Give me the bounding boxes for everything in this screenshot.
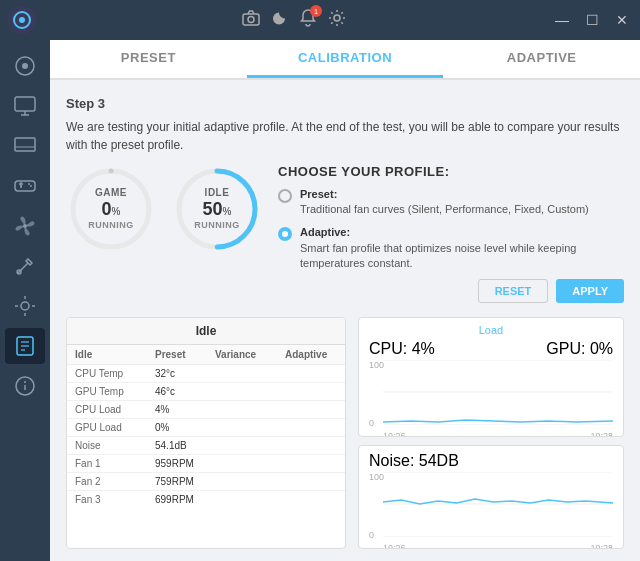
row-gpu-temp-label: GPU Temp <box>75 386 155 397</box>
game-gauge-status: RUNNING <box>88 220 134 231</box>
notification-badge: 1 <box>310 5 322 17</box>
sidebar-item-fan[interactable] <box>5 208 45 244</box>
title-bar: 1 — ☐ ✕ <box>0 0 640 40</box>
adaptive-radio[interactable] <box>278 227 292 241</box>
sidebar-item-display[interactable] <box>5 128 45 164</box>
noise-label: Noise: <box>369 452 414 469</box>
chart-load-label: Load <box>369 324 613 336</box>
camera-icon[interactable] <box>242 10 260 30</box>
row-cpu-temp-value: 32°c <box>155 368 215 379</box>
svg-rect-2 <box>243 14 259 25</box>
row-gpu-load-variance <box>215 422 285 433</box>
row-gpu-load-value: 0% <box>155 422 215 433</box>
charts-section: Load CPU: 4% GPU: 0% 100 <box>358 317 624 549</box>
svg-point-17 <box>21 302 29 310</box>
col-header-idle: Idle <box>75 349 155 360</box>
tab-preset[interactable]: PRESET <box>50 40 247 78</box>
svg-rect-8 <box>15 138 35 151</box>
row-gpu-load-label: GPU Load <box>75 422 155 433</box>
row-fan2-adaptive <box>285 476 346 487</box>
sidebar-item-gamepad[interactable] <box>5 168 45 204</box>
row-cpu-temp-variance <box>215 368 285 379</box>
idle-gauge: IDLE 50 % RUNNING <box>172 164 262 254</box>
content-area: PRESET CALIBRATION ADAPTIVE Step 3 We ar… <box>50 40 640 561</box>
row-fan1-variance <box>215 458 285 469</box>
gauges: GAME 0 % RUNNING <box>66 164 262 254</box>
noise-axis-labels: 19:26 19:28 <box>383 543 613 549</box>
adaptive-option[interactable]: Adaptive: Smart fan profile that optimiz… <box>278 225 624 271</box>
table-row: CPU Load 4% <box>67 401 345 419</box>
row-noise-label: Noise <box>75 440 155 451</box>
tab-calibration[interactable]: CALIBRATION <box>247 40 444 78</box>
row-cpu-temp-label: CPU Temp <box>75 368 155 379</box>
row-cpu-load-label: CPU Load <box>75 404 155 415</box>
svg-point-6 <box>22 63 28 69</box>
sidebar-item-sun[interactable] <box>5 288 45 324</box>
col-header-variance: Variance <box>215 349 285 360</box>
cpu-label-value: CPU: 4% <box>369 340 435 358</box>
table-rows: CPU Temp 32°c GPU Temp 46°c <box>67 365 345 508</box>
title-bar-left <box>8 6 36 34</box>
load-axis-labels: 19:26 19:28 <box>383 431 613 437</box>
reset-button[interactable]: RESET <box>478 279 549 303</box>
step-title: Step 3 <box>66 94 624 114</box>
game-gauge-unit: % <box>112 205 121 217</box>
sidebar-item-logo[interactable] <box>5 48 45 84</box>
row-cpu-load-variance <box>215 404 285 415</box>
gpu-label: GPU: <box>546 340 585 357</box>
noise-label-value: Noise: 54DB <box>369 452 459 470</box>
bottom-panel: Idle Idle Preset Variance Adaptive CPU T… <box>66 317 624 549</box>
table-row: CPU Temp 32°c <box>67 365 345 383</box>
close-button[interactable]: ✕ <box>612 12 632 28</box>
app-window: 1 — ☐ ✕ <box>0 0 640 561</box>
row-fan1-adaptive <box>285 458 346 469</box>
row-fan1-label: Fan 1 <box>75 458 155 469</box>
idle-gauge-label: IDLE 50 % RUNNING <box>194 186 240 230</box>
cpu-time-start: 19:26 <box>383 431 406 437</box>
table-col-headers: Idle Preset Variance Adaptive <box>67 345 345 365</box>
moon-icon[interactable] <box>272 10 288 30</box>
table-section: Idle Idle Preset Variance Adaptive CPU T… <box>66 317 346 549</box>
gear-icon[interactable] <box>328 9 346 31</box>
row-noise-adaptive <box>285 440 346 451</box>
noise-time-end: 19:28 <box>590 543 613 549</box>
sidebar-item-monitor[interactable] <box>5 88 45 124</box>
cpu-value: 4% <box>412 340 435 357</box>
table-row: Fan 1 959RPM <box>67 455 345 473</box>
row-fan3-value: 699RPM <box>155 494 215 505</box>
apply-button[interactable]: APPLY <box>556 279 624 303</box>
row-fan3-adaptive <box>285 494 346 505</box>
gpu-label-value: GPU: 0% <box>546 340 613 358</box>
row-gpu-load-adaptive <box>285 422 346 433</box>
step-text-body: We are testing your initial adaptive pro… <box>66 120 619 152</box>
row-gpu-temp-value: 46°c <box>155 386 215 397</box>
preset-option[interactable]: Preset: Traditional fan curves (Silent, … <box>278 187 624 218</box>
sidebar-item-report[interactable] <box>5 328 45 364</box>
game-gauge-value: 0 <box>102 198 112 220</box>
title-bar-controls: — ☐ ✕ <box>552 12 632 28</box>
adaptive-option-text: Adaptive: Smart fan profile that optimiz… <box>300 225 624 271</box>
noise-chart-area: 100 0 <box>369 472 613 542</box>
idle-gauge-unit: % <box>223 205 232 217</box>
adaptive-description: Smart fan profile that optimizes noise l… <box>300 242 576 269</box>
preset-radio[interactable] <box>278 189 292 203</box>
bell-icon[interactable]: 1 <box>300 9 316 31</box>
game-gauge: GAME 0 % RUNNING <box>66 164 156 254</box>
row-fan3-variance <box>215 494 285 505</box>
preset-label: Preset: <box>300 187 589 202</box>
sidebar-item-info[interactable] <box>5 368 45 404</box>
svg-point-1 <box>19 17 25 23</box>
gpu-value: 0% <box>590 340 613 357</box>
svg-point-13 <box>28 183 30 185</box>
tab-adaptive[interactable]: ADAPTIVE <box>443 40 640 78</box>
cpu-time-end: 19:28 <box>590 431 613 437</box>
noise-chart-card: Noise: 54DB 100 0 <box>358 445 624 549</box>
row-fan2-variance <box>215 476 285 487</box>
cpu-label: CPU: <box>369 340 407 357</box>
game-gauge-title: GAME <box>88 186 134 198</box>
sidebar-item-tools[interactable] <box>5 248 45 284</box>
game-gauge-container: GAME 0 % RUNNING <box>66 164 156 254</box>
idle-gauge-value: 50 <box>203 198 223 220</box>
minimize-button[interactable]: — <box>552 12 572 28</box>
maximize-button[interactable]: ☐ <box>582 12 602 28</box>
